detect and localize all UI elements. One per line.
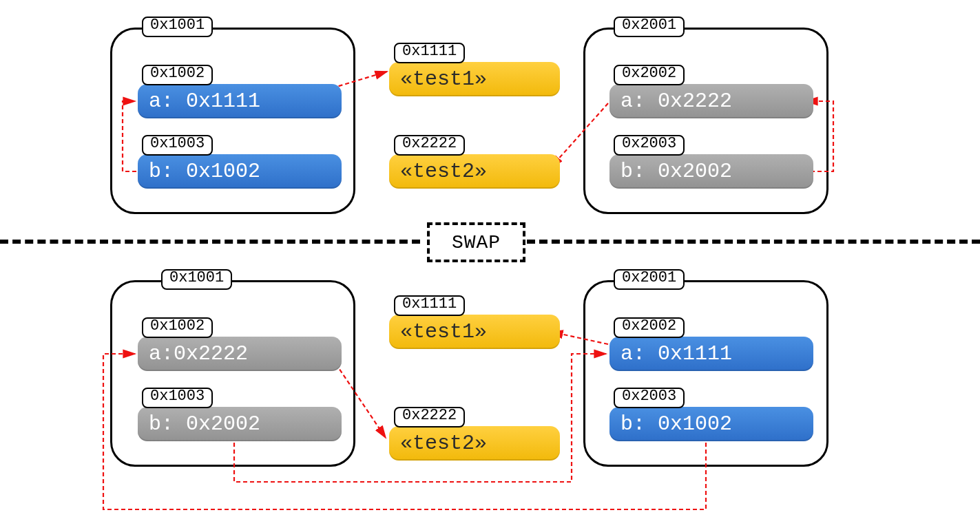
top-heap2-pill: «test2»: [389, 154, 560, 189]
bottom-heap1-pill: «test1»: [389, 315, 560, 349]
top-right-a-label: a: 0x2222: [621, 89, 732, 113]
bottom-heap1-addr: 0x1111: [394, 295, 465, 316]
bottom-right-a-pill: a: 0x1111: [609, 337, 813, 371]
top-heap2-label: «test2»: [400, 160, 487, 183]
bottom-left-a-label: a:0x2222: [149, 342, 248, 366]
top-right-b-pill: b: 0x2002: [609, 154, 813, 189]
bottom-right-b-pill: b: 0x1002: [609, 407, 813, 441]
top-right-b-label: b: 0x2002: [621, 160, 732, 183]
bottom-right-a-label: a: 0x1111: [621, 342, 732, 366]
bottom-left-b-addr: 0x1003: [142, 388, 213, 408]
top-heap1-addr: 0x1111: [394, 43, 465, 63]
bottom-left-a-addr: 0x1002: [142, 317, 213, 338]
bottom-heap1-label: «test1»: [400, 320, 487, 344]
diagram-stage: 0x1001 0x1002 a: 0x1111 0x1003 b: 0x1002…: [0, 0, 980, 528]
bottom-heap2-pill: «test2»: [389, 426, 560, 461]
top-right-a-pill: a: 0x2222: [609, 84, 813, 118]
top-left-b-pill: b: 0x1002: [138, 154, 342, 189]
top-left-b-addr: 0x1003: [142, 135, 213, 156]
swap-label-box: SWAP: [427, 222, 525, 262]
top-right-b-addr: 0x2003: [614, 135, 685, 156]
bottom-heap2-addr: 0x2222: [394, 407, 465, 427]
bottom-heap2-label: «test2»: [400, 432, 487, 455]
swap-divider-right: [527, 240, 980, 244]
bottom-left-a-pill: a:0x2222: [138, 337, 342, 371]
top-right-container-addr: 0x2001: [614, 17, 685, 37]
top-heap1-pill: «test1»: [389, 62, 560, 96]
top-left-container-addr: 0x1001: [142, 17, 213, 37]
bottom-right-container-addr: 0x2001: [614, 269, 685, 290]
bottom-left-b-pill: b: 0x2002: [138, 407, 342, 441]
bottom-right-b-addr: 0x2003: [614, 388, 685, 408]
top-right-a-addr: 0x2002: [614, 65, 685, 85]
swap-divider-left: [0, 240, 420, 244]
bottom-right-a-addr: 0x2002: [614, 317, 685, 338]
top-heap2-addr: 0x2222: [394, 135, 465, 156]
bottom-left-container-addr: 0x1001: [161, 269, 232, 290]
bottom-left-b-label: b: 0x2002: [149, 412, 260, 436]
top-heap1-label: «test1»: [400, 67, 487, 91]
bottom-right-b-label: b: 0x1002: [621, 412, 732, 436]
top-left-a-pill: a: 0x1111: [138, 84, 342, 118]
swap-label: SWAP: [452, 232, 501, 253]
top-left-b-label: b: 0x1002: [149, 160, 260, 183]
top-left-a-addr: 0x1002: [142, 65, 213, 85]
top-left-a-label: a: 0x1111: [149, 89, 260, 113]
